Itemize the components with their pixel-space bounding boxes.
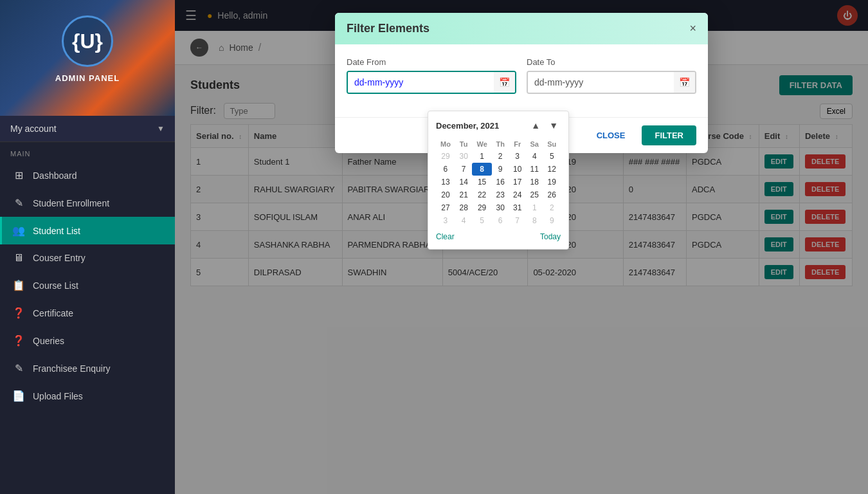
calendar-day[interactable]: 7 xyxy=(509,214,525,227)
date-to-input-wrap: 📅 xyxy=(527,71,696,94)
calendar-day[interactable]: 31 xyxy=(509,201,525,214)
calendar-day[interactable]: 7 xyxy=(455,163,472,176)
sidebar: {U} ADMIN PANEL My account ▼ MAIN ⊞ Dash… xyxy=(0,0,175,494)
calendar-day[interactable]: 9 xyxy=(492,163,509,176)
calendar-day-header: Fr xyxy=(509,138,525,150)
sidebar-item-label: Course List xyxy=(33,280,78,291)
modal-title: Filter Elements xyxy=(347,22,429,35)
sidebar-logo: {U} ADMIN PANEL xyxy=(0,0,175,116)
sidebar-item-student-enrollment[interactable]: ✎ Student Enrollment xyxy=(0,189,175,217)
calendar-day[interactable]: 6 xyxy=(492,214,509,227)
calendar-day[interactable]: 2 xyxy=(543,201,561,214)
calendar-day[interactable]: 12 xyxy=(543,163,561,176)
calendar-nav: ▲ ▼ xyxy=(529,119,561,132)
calendar-day[interactable]: 23 xyxy=(492,188,509,201)
queries-icon: ❓ xyxy=(12,334,25,347)
calendar-day[interactable]: 4 xyxy=(455,214,472,227)
calendar-day[interactable]: 11 xyxy=(526,163,543,176)
calendar-month-year[interactable]: December, 2021 xyxy=(436,121,499,131)
calendar-prev-button[interactable]: ▲ xyxy=(529,119,543,132)
date-from-input[interactable] xyxy=(348,72,494,93)
sidebar-item-label: Franchisee Enquiry xyxy=(33,363,111,374)
sidebar-item-certificate[interactable]: ❓ Certificate xyxy=(0,299,175,327)
my-account-bar[interactable]: My account ▼ xyxy=(0,116,175,142)
sidebar-item-label: Certificate xyxy=(33,308,73,318)
calendar-to-icon[interactable]: 📅 xyxy=(674,72,695,93)
sidebar-item-upload-files[interactable]: 📄 Upload Files xyxy=(0,382,175,410)
calendar-next-button[interactable]: ▼ xyxy=(547,119,561,132)
franchisee-icon: ✎ xyxy=(12,362,25,374)
calendar-day[interactable]: 5 xyxy=(543,150,561,163)
chevron-down-icon: ▼ xyxy=(157,124,165,133)
calendar-day[interactable]: 14 xyxy=(455,176,472,188)
calendar-day[interactable]: 25 xyxy=(526,188,543,201)
date-to-label: Date To xyxy=(527,57,696,67)
sidebar-item-franchisee[interactable]: ✎ Franchisee Enquiry xyxy=(0,354,175,382)
calendar-day[interactable]: 3 xyxy=(509,150,525,163)
calendar-day[interactable]: 29 xyxy=(472,201,492,214)
sidebar-item-label: Student Enrollment xyxy=(33,198,109,208)
date-fields-row: Date From 📅 Date To 📅 xyxy=(347,57,696,94)
main-content: ☰ ● Hello, admin ⏻ ← ⌂ Home / Students F… xyxy=(175,0,868,494)
calendar-day[interactable]: 20 xyxy=(436,188,455,201)
calendar-day[interactable]: 9 xyxy=(543,214,561,227)
sidebar-item-label: Upload Files xyxy=(33,391,83,401)
calendar-day-header: Su xyxy=(543,138,561,150)
calendar-day-header: Sa xyxy=(526,138,543,150)
sidebar-item-student-list[interactable]: 👥 Student List xyxy=(0,217,175,244)
calendar-day[interactable]: 5 xyxy=(472,214,492,227)
sidebar-item-queries[interactable]: ❓ Queries xyxy=(0,327,175,354)
calendar-day[interactable]: 30 xyxy=(492,201,509,214)
sidebar-item-course-list[interactable]: 📋 Course List xyxy=(0,271,175,299)
calendar-from-icon[interactable]: 📅 xyxy=(494,72,515,93)
calendar-day[interactable]: 26 xyxy=(543,188,561,201)
date-from-input-wrap: 📅 xyxy=(347,71,516,94)
couser-icon: 🖥 xyxy=(12,252,25,264)
modal-filter-button[interactable]: FILTER xyxy=(642,125,696,145)
calendar-day[interactable]: 8 xyxy=(526,214,543,227)
calendar-day[interactable]: 30 xyxy=(455,150,472,163)
calendar-day[interactable]: 2 xyxy=(492,150,509,163)
calendar-day[interactable]: 28 xyxy=(455,201,472,214)
date-to-group: Date To 📅 xyxy=(527,57,696,94)
calendar-day[interactable]: 27 xyxy=(436,201,455,214)
my-account-label: My account xyxy=(10,124,57,134)
calendar-day[interactable]: 21 xyxy=(455,188,472,201)
calendar-footer: Clear Today xyxy=(436,232,561,241)
calendar-day[interactable]: 18 xyxy=(526,176,543,188)
calendar-today-button[interactable]: Today xyxy=(540,232,561,241)
calendar-popup: December, 2021 ▲ ▼ MoTuWeThFrSaSu 293012… xyxy=(428,111,569,250)
calendar-day[interactable]: 10 xyxy=(509,163,525,176)
calendar-header: December, 2021 ▲ ▼ xyxy=(436,119,561,132)
upload-icon: 📄 xyxy=(12,390,25,402)
calendar-day[interactable]: 15 xyxy=(472,176,492,188)
certificate-icon: ❓ xyxy=(12,307,25,319)
calendar-day[interactable]: 4 xyxy=(526,150,543,163)
date-to-input[interactable] xyxy=(528,72,674,93)
calendar-day[interactable]: 24 xyxy=(509,188,525,201)
calendar-body: 2930123456789101112131415161718192021222… xyxy=(436,150,561,227)
calendar-day-header: Th xyxy=(492,138,509,150)
modal-close-button[interactable]: CLOSE xyxy=(586,125,636,145)
calendar-day[interactable]: 8 xyxy=(472,163,492,176)
sidebar-item-label: Queries xyxy=(33,336,64,346)
date-from-label: Date From xyxy=(347,57,516,67)
sidebar-item-label: Student List xyxy=(33,226,80,236)
calendar-day[interactable]: 17 xyxy=(509,176,525,188)
calendar-clear-button[interactable]: Clear xyxy=(436,232,455,241)
modal-close-x-button[interactable]: × xyxy=(689,22,696,35)
calendar-day[interactable]: 1 xyxy=(472,150,492,163)
modal-body: Date From 📅 Date To 📅 xyxy=(335,44,708,117)
calendar-day[interactable]: 13 xyxy=(436,176,455,188)
sidebar-item-couser-entry[interactable]: 🖥 Couser Entry xyxy=(0,244,175,271)
sidebar-item-dashboard[interactable]: ⊞ Dashboard xyxy=(0,161,175,189)
calendar-day[interactable]: 16 xyxy=(492,176,509,188)
calendar-day[interactable]: 3 xyxy=(436,214,455,227)
calendar-day[interactable]: 1 xyxy=(526,201,543,214)
calendar-day[interactable]: 22 xyxy=(472,188,492,201)
calendar-day[interactable]: 6 xyxy=(436,163,455,176)
calendar-day[interactable]: 19 xyxy=(543,176,561,188)
dashboard-icon: ⊞ xyxy=(12,169,25,181)
calendar-day[interactable]: 29 xyxy=(436,150,455,163)
calendar-day-header: We xyxy=(472,138,492,150)
